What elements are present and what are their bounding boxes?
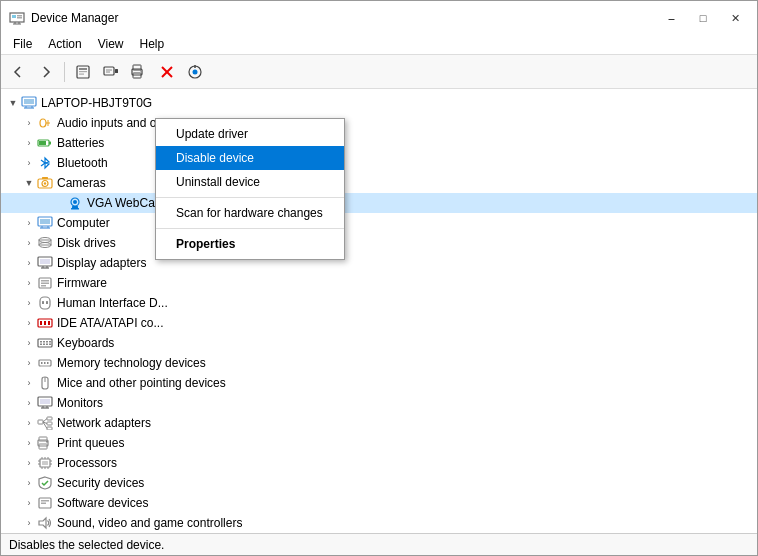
svg-point-22: [193, 69, 198, 74]
webcam-icon: [67, 195, 83, 211]
status-bar: Disables the selected device.: [1, 533, 757, 555]
svg-rect-60: [41, 283, 49, 285]
tree-item-keyboards[interactable]: › Keyboards: [1, 333, 757, 353]
scan-button[interactable]: [98, 59, 124, 85]
tree-item-diskdrives[interactable]: › Disk drives: [1, 233, 757, 253]
main-area: ▼ LAPTOP-HBJT9T0G ›: [1, 89, 757, 533]
battery-icon: [37, 135, 53, 151]
tree-item-processors[interactable]: ›: [1, 453, 757, 473]
menu-file[interactable]: File: [5, 35, 40, 52]
keyboards-expand-arrow: ›: [21, 335, 37, 351]
tree-item-memtech[interactable]: › Memory technology devices: [1, 353, 757, 373]
svg-rect-43: [72, 206, 78, 208]
tree-item-monitors[interactable]: › Monitors: [1, 393, 757, 413]
svg-rect-12: [115, 69, 118, 73]
network-icon: [37, 415, 53, 431]
svg-rect-40: [42, 177, 48, 179]
root-label: LAPTOP-HBJT9T0G: [41, 96, 757, 110]
svg-rect-69: [38, 339, 52, 347]
tree-item-networkadapters[interactable]: › Network adapters: [1, 413, 757, 433]
menu-help[interactable]: Help: [132, 35, 173, 52]
svg-rect-114: [41, 503, 46, 505]
delete-button[interactable]: [154, 59, 180, 85]
tree-root[interactable]: ▼ LAPTOP-HBJT9T0G: [1, 93, 757, 113]
ctx-disable-device[interactable]: Disable device: [156, 146, 344, 170]
ctx-properties[interactable]: Properties: [156, 232, 344, 256]
tree-item-audio[interactable]: › Audio inputs and outputs: [1, 113, 757, 133]
sound-label: Sound, video and game controllers: [57, 516, 757, 530]
update-button[interactable]: [182, 59, 208, 85]
tree-item-software[interactable]: › Software devices: [1, 493, 757, 513]
ide-expand-arrow: ›: [21, 315, 37, 331]
toolbar: [1, 55, 757, 89]
ctx-separator-1: [156, 197, 344, 198]
tree-item-computer[interactable]: › Computer: [1, 213, 757, 233]
svg-marker-115: [39, 518, 46, 528]
network-expand-arrow: ›: [21, 415, 37, 431]
tree-item-webcam[interactable]: › VGA WebCam: [1, 193, 757, 213]
forward-button[interactable]: [33, 59, 59, 85]
svg-rect-72: [46, 341, 48, 343]
svg-rect-25: [24, 99, 34, 104]
svg-rect-99: [46, 441, 48, 443]
tree-item-firmware[interactable]: › Firmware: [1, 273, 757, 293]
bluetooth-icon: [37, 155, 53, 171]
monitors-expand-arrow: ›: [21, 395, 37, 411]
print-button[interactable]: [126, 59, 152, 85]
ctx-update-driver[interactable]: Update driver: [156, 122, 344, 146]
software-expand-arrow: ›: [21, 495, 37, 511]
processors-label: Processors: [57, 456, 757, 470]
svg-point-39: [44, 182, 46, 184]
mice-label: Mice and other pointing devices: [57, 376, 757, 390]
memory-icon: [37, 355, 53, 371]
svg-rect-75: [43, 344, 45, 346]
svg-rect-85: [40, 399, 50, 404]
svg-rect-3: [17, 17, 22, 19]
computer-expand-arrow: ›: [21, 215, 37, 231]
display-expand-arrow: ›: [21, 255, 37, 271]
tree-item-printqueues[interactable]: › Print queues: [1, 433, 757, 453]
tree-item-bluetooth[interactable]: › Bluetooth: [1, 153, 757, 173]
svg-rect-2: [17, 15, 22, 17]
tree-item-batteries[interactable]: › Batteries: [1, 133, 757, 153]
maximize-button[interactable]: □: [689, 8, 717, 28]
minimize-button[interactable]: ‒: [657, 8, 685, 28]
cameras-icon: [37, 175, 53, 191]
menu-view[interactable]: View: [90, 35, 132, 52]
software-icon: [37, 495, 53, 511]
ctx-uninstall-device[interactable]: Uninstall device: [156, 170, 344, 194]
disk-expand-arrow: ›: [21, 235, 37, 251]
keyboards-label: Keyboards: [57, 336, 757, 350]
device-tree[interactable]: ▼ LAPTOP-HBJT9T0G ›: [1, 89, 757, 533]
tree-item-hid[interactable]: › Human Interface D...: [1, 293, 757, 313]
svg-rect-11: [104, 67, 114, 75]
tree-item-displayadapters[interactable]: › Display adapters: [1, 253, 757, 273]
properties-button[interactable]: [70, 59, 96, 85]
back-button[interactable]: [5, 59, 31, 85]
svg-rect-90: [47, 417, 52, 420]
display-icon: [37, 255, 53, 271]
close-button[interactable]: ✕: [721, 8, 749, 28]
ide-label: IDE ATA/ATAPI co...: [57, 316, 757, 330]
svg-rect-101: [42, 461, 48, 465]
computer-icon2: [37, 215, 53, 231]
ctx-scan-hardware[interactable]: Scan for hardware changes: [156, 201, 344, 225]
tree-item-mice[interactable]: › Mice and other pointing devices: [1, 373, 757, 393]
disk-icon: [37, 235, 53, 251]
tree-item-cameras[interactable]: ▼ Cameras: [1, 173, 757, 193]
svg-rect-79: [41, 362, 43, 364]
hid-icon: [37, 295, 53, 311]
window-title: Device Manager: [31, 11, 118, 25]
title-bar-controls: ‒ □ ✕: [657, 8, 749, 28]
computer-icon: [21, 95, 37, 111]
security-label: Security devices: [57, 476, 757, 490]
svg-rect-92: [47, 427, 52, 430]
tree-item-security[interactable]: › Security devices: [1, 473, 757, 493]
mouse-icon: [37, 375, 53, 391]
audio-expand-arrow: ›: [21, 115, 37, 131]
svg-rect-67: [44, 321, 46, 325]
tree-item-sound[interactable]: › Sound, video and game controllers: [1, 513, 757, 533]
tree-item-ide[interactable]: › IDE ATA/ATAPI co...: [1, 313, 757, 333]
svg-rect-46: [40, 219, 50, 224]
menu-action[interactable]: Action: [40, 35, 89, 52]
